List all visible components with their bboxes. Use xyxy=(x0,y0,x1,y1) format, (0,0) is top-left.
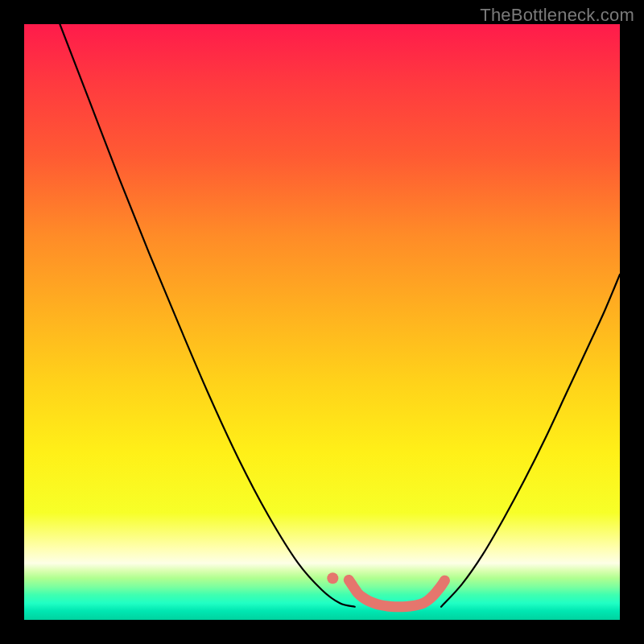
gradient-background xyxy=(24,24,620,620)
bottleneck-plot xyxy=(24,24,620,620)
chart-frame xyxy=(24,24,620,620)
optimal-range-start-dot xyxy=(327,572,338,584)
watermark-text: TheBottleneck.com xyxy=(480,5,634,26)
